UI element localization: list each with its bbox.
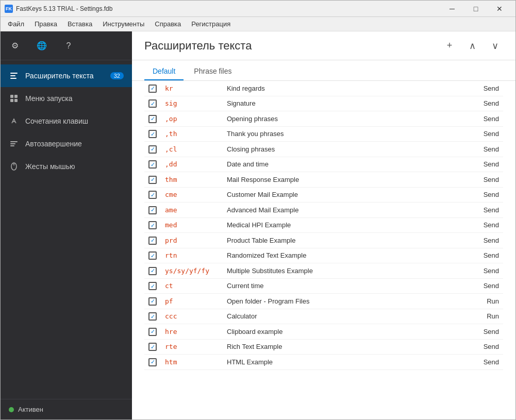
checkbox-icon: ✓ [148, 130, 157, 138]
row-action: Send [472, 324, 503, 340]
row-abbreviation: prd [161, 233, 223, 248]
row-name: Medical HPI Example [223, 217, 472, 233]
svg-rect-1 [10, 75, 15, 76]
svg-rect-9 [10, 143, 15, 144]
menu-item-файл[interactable]: Файл [3, 18, 29, 30]
sidebar-item-launch-menu[interactable]: Меню запуска [1, 87, 132, 110]
checkbox-icon: ✓ [148, 282, 157, 290]
settings-icon[interactable]: ⚙ [7, 38, 23, 54]
globe-icon[interactable]: 🌐 [34, 38, 50, 54]
row-checkbox[interactable]: ✓ [144, 111, 161, 127]
row-abbreviation: ame [161, 203, 223, 218]
row-checkbox[interactable]: ✓ [144, 324, 161, 340]
row-action: Send [472, 157, 503, 172]
checkbox-icon: ✓ [148, 221, 157, 229]
table-row[interactable]: ✓ hre Clipboard example Send [144, 324, 503, 340]
table-row[interactable]: ✓ rte Rich Text Example Send [144, 339, 503, 355]
hotkeys-icon [9, 116, 19, 126]
checkbox-icon: ✓ [148, 206, 157, 214]
window-controls: ─ □ ✕ [440, 1, 511, 17]
table-row[interactable]: ✓ ,th Thank you phrases Send [144, 126, 503, 142]
row-checkbox[interactable]: ✓ [144, 355, 161, 370]
table-row[interactable]: ✓ ,dd Date and time Send [144, 157, 503, 172]
status-indicator [9, 407, 14, 412]
maximize-button[interactable]: □ [464, 1, 488, 17]
table-row[interactable]: ✓ rtn Randomized Text Example Send [144, 248, 503, 263]
table-row[interactable]: ✓ ,op Opening phrases Send [144, 111, 503, 127]
row-abbreviation: ,op [161, 111, 223, 127]
row-checkbox[interactable]: ✓ [144, 217, 161, 233]
phrases-table-container[interactable]: ✓ kr Kind regards Send ✓ sig Signature S… [132, 81, 515, 419]
menu-item-регистрация[interactable]: Регистрация [186, 18, 236, 30]
sidebar-item-mouse-gestures[interactable]: Жесты мышью [1, 155, 132, 178]
row-checkbox[interactable]: ✓ [144, 126, 161, 142]
row-checkbox[interactable]: ✓ [144, 278, 161, 294]
help-icon[interactable]: ? [60, 38, 77, 54]
row-checkbox[interactable]: ✓ [144, 309, 161, 324]
table-row[interactable]: ✓ cme Customer Mail Example Send [144, 187, 503, 203]
table-row[interactable]: ✓ ccc Calculator Run [144, 309, 503, 324]
app-icon: FK [5, 5, 13, 13]
row-name: Kind regards [223, 81, 472, 96]
row-abbreviation: htm [161, 355, 223, 370]
checkbox-icon: ✓ [148, 176, 157, 184]
menu-item-инструменты[interactable]: Инструменты [97, 18, 149, 30]
row-checkbox[interactable]: ✓ [144, 263, 161, 279]
close-button[interactable]: ✕ [488, 1, 511, 17]
table-row[interactable]: ✓ kr Kind regards Send [144, 81, 503, 96]
row-action: Send [472, 81, 503, 96]
table-row[interactable]: ✓ med Medical HPI Example Send [144, 217, 503, 233]
autocomplete-icon [9, 139, 19, 149]
row-checkbox[interactable]: ✓ [144, 339, 161, 355]
checkbox-icon: ✓ [148, 191, 157, 199]
table-row[interactable]: ✓ prd Product Table Example Send [144, 233, 503, 248]
sidebar-item-autocomplete[interactable]: Автозавершение [1, 132, 132, 155]
row-checkbox[interactable]: ✓ [144, 172, 161, 188]
row-abbreviation: ,cl [161, 142, 223, 157]
move-up-button[interactable]: ∧ [464, 38, 480, 54]
row-name: Clipboard example [223, 324, 472, 340]
menu-item-справка[interactable]: Справка [149, 18, 186, 30]
tab-default[interactable]: Default [144, 63, 184, 80]
row-checkbox[interactable]: ✓ [144, 233, 161, 248]
checkbox-icon: ✓ [148, 312, 157, 321]
row-action: Send [472, 187, 503, 203]
tab-phrase-files[interactable]: Phrase files [186, 63, 240, 80]
title-bar: FK FastKeys 5.13 TRIAL - Settings.fdb ─ … [1, 1, 515, 17]
minimize-button[interactable]: ─ [440, 1, 464, 17]
menu-item-вставка[interactable]: Вставка [62, 18, 97, 30]
row-checkbox[interactable]: ✓ [144, 142, 161, 157]
table-row[interactable]: ✓ sig Signature Send [144, 96, 503, 111]
table-row[interactable]: ✓ ame Advanced Mail Example Send [144, 203, 503, 218]
row-checkbox[interactable]: ✓ [144, 81, 161, 96]
row-abbreviation: ccc [161, 309, 223, 324]
row-action: Send [472, 111, 503, 127]
row-checkbox[interactable]: ✓ [144, 203, 161, 218]
table-row[interactable]: ✓ ,cl Closing phrases Send [144, 142, 503, 157]
checkbox-icon: ✓ [148, 358, 157, 366]
checkbox-icon: ✓ [148, 267, 157, 275]
right-panel: Расширитель текста + ∧ ∨ Default Phrase … [132, 31, 515, 419]
add-button[interactable]: + [441, 38, 458, 54]
row-checkbox[interactable]: ✓ [144, 187, 161, 203]
table-row[interactable]: ✓ htm HTML Example Send [144, 355, 503, 370]
row-name: Advanced Mail Example [223, 203, 472, 218]
sidebar-item-text-expander[interactable]: Расширитель текста 32 [1, 64, 132, 87]
row-checkbox[interactable]: ✓ [144, 294, 161, 309]
table-row[interactable]: ✓ thm Mail Response Example Send [144, 172, 503, 188]
row-checkbox[interactable]: ✓ [144, 157, 161, 172]
sidebar-item-hotkeys[interactable]: Сочетания клавиш [1, 110, 132, 132]
sidebar-item-launch-menu-label: Меню запуска [25, 94, 73, 103]
table-row[interactable]: ✓ ys/sy/yf/fy Multiple Substitutes Examp… [144, 263, 503, 279]
row-name: Mail Response Example [223, 172, 472, 188]
row-checkbox[interactable]: ✓ [144, 248, 161, 263]
row-name: Closing phrases [223, 142, 472, 157]
table-row[interactable]: ✓ pf Open folder - Program Files Run [144, 294, 503, 309]
menu-item-правка[interactable]: Правка [29, 18, 62, 30]
row-checkbox[interactable]: ✓ [144, 96, 161, 111]
sidebar-nav: Расширитель текста 32 Меню запуска [1, 60, 132, 399]
move-down-button[interactable]: ∨ [487, 38, 503, 54]
table-row[interactable]: ✓ ct Current time Send [144, 278, 503, 294]
checkbox-icon: ✓ [148, 115, 157, 123]
row-name: Randomized Text Example [223, 248, 472, 263]
